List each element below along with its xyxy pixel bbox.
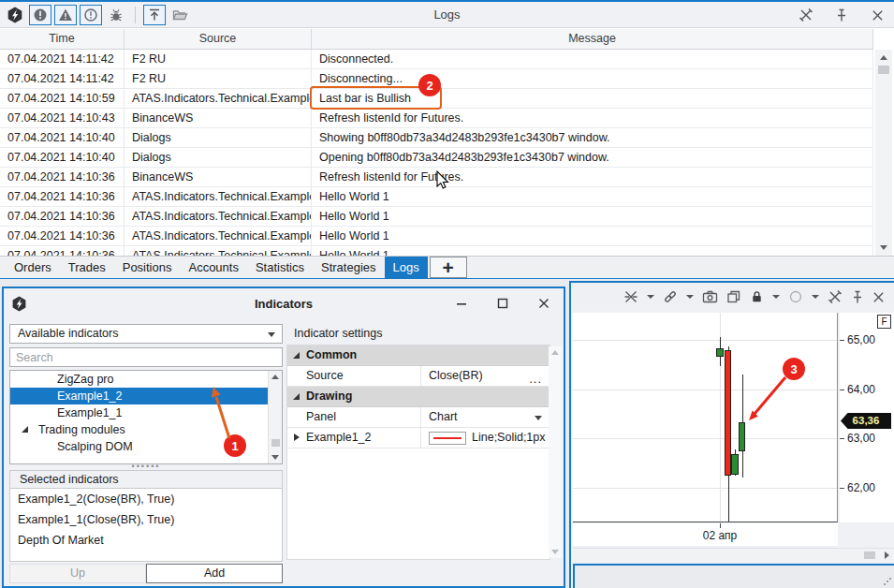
setting-value[interactable]: Close(BR) (429, 366, 483, 386)
log-cell-message: Hello World 1 (312, 207, 873, 226)
log-row[interactable]: 07.04.2021 14:10:36ATAS.Indicators.Techn… (0, 246, 873, 256)
settings-row-example1-2[interactable]: Example1_2Line;Solid;1px (287, 428, 550, 448)
chevron-down-icon[interactable] (772, 295, 780, 299)
list-scrollbar[interactable] (268, 371, 282, 463)
log-cell-time: 07.04.2021 14:10:36 (0, 187, 125, 206)
scroll-to-top-button[interactable] (143, 5, 166, 25)
indicator-item-label: Example1_2 (57, 390, 123, 403)
indicator-item-example1-2[interactable]: Example1_2 (10, 388, 282, 404)
price-tick-label: 65,00 (847, 333, 875, 346)
scroll-thumb[interactable] (271, 439, 280, 447)
drawing-circle-icon[interactable] (788, 287, 803, 306)
column-header[interactable]: Time (0, 29, 125, 49)
scroll-up-arrow-icon[interactable] (880, 55, 887, 60)
dialog-titlebar[interactable]: Indicators (4, 288, 564, 318)
settings-row-source[interactable]: SourceClose(BR)... (287, 366, 550, 387)
tab-logs[interactable]: Logs (385, 257, 428, 279)
setting-value[interactable]: Line;Solid;1px (472, 428, 546, 448)
logs-settings-icon[interactable] (795, 5, 817, 25)
expander-open-icon[interactable] (293, 352, 300, 359)
filter-errors-button[interactable] (29, 5, 51, 25)
fix-scale-button[interactable]: F (877, 315, 891, 329)
close-icon[interactable] (537, 297, 550, 310)
time-axis[interactable]: 02 апр (573, 523, 838, 546)
screenshot-camera-icon[interactable] (702, 287, 718, 306)
resize-grip[interactable] (883, 577, 892, 586)
settings-row-drawing[interactable]: Drawing (287, 387, 550, 407)
indicator-item-zigzag-pro[interactable]: ZigZag pro (10, 371, 282, 388)
expander-open-icon[interactable] (22, 426, 28, 433)
axis-tick (840, 438, 844, 439)
chart-plot-area[interactable] (573, 313, 838, 522)
log-row[interactable]: 07.04.2021 14:10:40DialogsShowing b0ff80… (0, 128, 873, 148)
chart-pin-icon[interactable] (851, 287, 864, 306)
settings-row-panel[interactable]: PanelChart (287, 407, 550, 428)
log-row[interactable]: 07.04.2021 14:10:36ATAS.Indicators.Techn… (0, 227, 873, 246)
scroll-up-arrow-icon[interactable] (271, 375, 279, 379)
column-header[interactable]: Message (312, 29, 873, 49)
expander-closed-icon[interactable] (294, 434, 300, 441)
log-row[interactable]: 07.04.2021 14:10:36ATAS.Indicators.Techn… (0, 207, 873, 227)
crosshair-mode-icon[interactable] (623, 287, 638, 306)
chevron-down-icon[interactable] (812, 295, 819, 299)
tab-accounts[interactable]: Accounts (180, 257, 246, 279)
available-indicators-dropdown[interactable]: Available indicators (9, 324, 283, 344)
scroll-down-arrow-icon[interactable] (880, 245, 887, 250)
add-tab-button[interactable]: + (430, 257, 467, 278)
tab-positions[interactable]: Positions (114, 257, 181, 279)
scroll-right-arrow-icon[interactable] (885, 551, 889, 559)
scroll-thumb[interactable] (878, 66, 889, 74)
log-row[interactable]: 07.04.2021 14:10:40DialogsOpening b0ff80… (0, 148, 873, 168)
add-button[interactable]: Add (146, 564, 283, 583)
column-header[interactable]: Source (125, 29, 312, 49)
candle-bullish (731, 454, 739, 475)
chevron-down-icon[interactable] (535, 416, 542, 420)
log-row[interactable]: 07.04.2021 14:10:36BinanceWSRefresh list… (0, 168, 873, 187)
maximize-icon[interactable] (496, 297, 509, 310)
chevron-down-icon[interactable] (686, 295, 694, 299)
minimize-icon[interactable] (455, 297, 468, 310)
tab-strategies[interactable]: Strategies (313, 257, 385, 279)
line-style-swatch[interactable] (429, 432, 466, 445)
scroll-down-arrow-icon[interactable] (271, 455, 279, 460)
chart-horizontal-scrollbar[interactable] (573, 548, 894, 561)
log-row[interactable]: 07.04.2021 14:10:36ATAS.Indicators.Techn… (0, 187, 873, 207)
setting-value[interactable]: Chart (429, 407, 458, 427)
logs-vertical-scrollbar[interactable] (875, 50, 892, 256)
tab-trades[interactable]: Trades (60, 257, 114, 279)
scroll-up-arrow-icon[interactable] (551, 350, 559, 355)
callout-badge-1: 1 (224, 434, 246, 457)
tab-orders[interactable]: Orders (6, 257, 60, 279)
indicator-item-example1-1[interactable]: Example1_1 (10, 404, 282, 421)
tab-statistics[interactable]: Statistics (247, 257, 313, 279)
selected-indicators-list: Example1_2(Close(BR), True)Example1_1(Cl… (9, 489, 283, 562)
logs-pin-icon[interactable] (830, 5, 853, 25)
log-row[interactable]: 07.04.2021 14:10:43BinanceWSRefresh list… (0, 109, 873, 128)
expander-open-icon[interactable] (293, 393, 300, 400)
price-axis[interactable]: 65,0064,0063,0062,0063,36 (840, 313, 894, 522)
log-cell-message: Hello World 1 (312, 187, 873, 206)
settings-scrollbar[interactable] (549, 346, 562, 558)
open-log-folder-button[interactable] (169, 5, 191, 25)
filter-info-button[interactable] (80, 5, 102, 25)
axis-tick (840, 488, 844, 489)
selected-indicator-item[interactable]: Depth Of Market (10, 530, 282, 551)
link-charts-icon[interactable] (663, 287, 678, 306)
ellipsis-button[interactable]: ... (529, 369, 542, 389)
scroll-thumb[interactable] (864, 551, 875, 559)
settings-row-common[interactable]: Common (287, 345, 550, 366)
chart-settings-icon[interactable] (828, 287, 843, 306)
up-button[interactable]: Up (9, 564, 146, 583)
selected-indicator-item[interactable]: Example1_1(Close(BR), True) (10, 509, 282, 530)
selected-indicator-item[interactable]: Example1_2(Close(BR), True) (10, 489, 282, 509)
scroll-down-arrow-icon[interactable] (551, 550, 559, 554)
chart-close-icon[interactable] (872, 287, 885, 306)
lock-icon[interactable] (750, 287, 764, 306)
logs-close-icon[interactable] (866, 5, 888, 25)
indicator-search-input[interactable] (9, 347, 283, 367)
filter-debug-bug-button[interactable] (105, 5, 127, 25)
filter-warnings-button[interactable] (54, 5, 77, 25)
clone-chart-icon[interactable] (726, 287, 741, 306)
chevron-down-icon[interactable] (647, 295, 654, 299)
log-row[interactable]: 07.04.2021 14:11:42F2 RUDisconnected. (0, 50, 873, 69)
